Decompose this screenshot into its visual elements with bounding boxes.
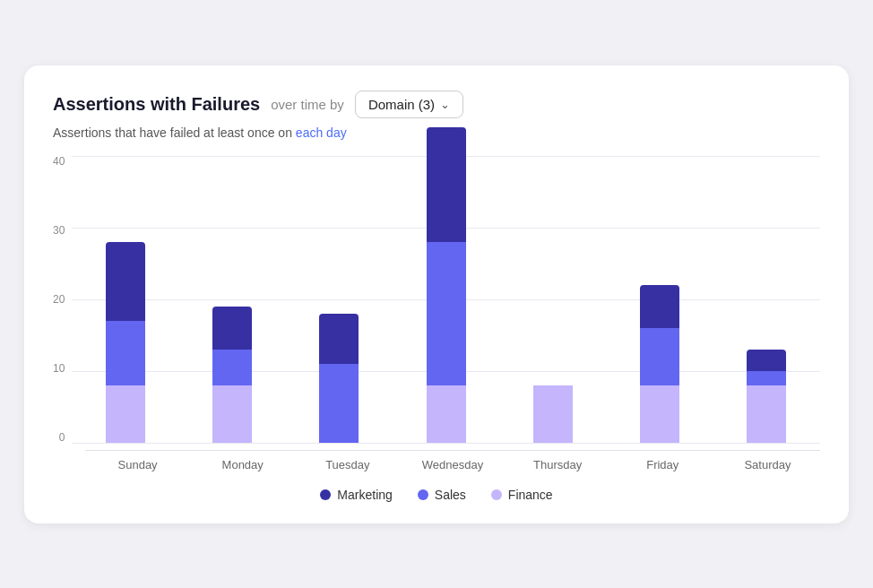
bar-stack-saturday <box>747 350 786 443</box>
bar-segment-marketing <box>319 314 359 364</box>
x-axis: SundayMondayTuesdayWednesdayThursdayFrid… <box>85 450 820 471</box>
card-title: Assertions with Failures <box>53 94 260 115</box>
bar-segment-finance <box>747 385 786 443</box>
y-axis: 40 30 20 10 0 <box>53 156 65 443</box>
y-label-30: 30 <box>53 225 65 236</box>
legend-dot-marketing <box>320 489 331 500</box>
legend-dot-finance <box>491 489 502 500</box>
bar-segment-marketing <box>106 242 145 321</box>
x-label-tuesday: Tuesday <box>295 451 400 471</box>
bar-group-sunday <box>72 156 178 443</box>
bar-stack-monday <box>212 307 252 443</box>
bar-segment-sales <box>106 321 145 385</box>
bar-stack-tuesday <box>319 314 359 443</box>
bar-stack-sunday <box>106 242 145 443</box>
x-label-saturday: Saturday <box>715 451 820 471</box>
domain-dropdown[interactable]: Domain (3) ⌄ <box>355 91 463 118</box>
bar-stack-wednesday <box>427 127 466 443</box>
x-label-monday: Monday <box>190 451 295 471</box>
bar-segment-sales <box>747 371 786 385</box>
y-label-40: 40 <box>53 156 65 167</box>
bar-segment-finance <box>640 385 679 443</box>
x-label-friday: Friday <box>610 451 715 471</box>
bar-group-thursday <box>499 156 606 443</box>
legend-item-finance: Finance <box>491 488 553 502</box>
bar-stack-friday <box>640 285 679 443</box>
y-label-0: 0 <box>59 432 65 443</box>
subtitle-highlight: each day <box>296 125 347 140</box>
grid-line-0 <box>72 443 820 444</box>
bar-group-friday <box>607 156 713 443</box>
bars-container <box>72 156 820 443</box>
card-header: Assertions with Failures over time by Do… <box>53 91 820 118</box>
legend-label-marketing: Marketing <box>337 488 392 502</box>
subtitle-prefix: Assertions that have failed at least onc… <box>53 125 292 140</box>
bar-group-monday <box>179 156 286 443</box>
bar-segment-marketing <box>427 127 466 242</box>
bar-segment-finance <box>533 385 573 443</box>
chart-area: 40 30 20 10 0 <box>53 156 820 471</box>
bar-segment-sales <box>427 242 466 385</box>
bar-segment-marketing <box>212 307 252 350</box>
bar-segment-sales <box>640 328 679 385</box>
bar-group-saturday <box>713 156 820 443</box>
legend-item-marketing: Marketing <box>320 488 392 502</box>
legend-dot-sales <box>418 489 428 500</box>
x-label-sunday: Sunday <box>85 451 190 471</box>
x-label-thursday: Thursday <box>506 451 610 471</box>
legend-label-finance: Finance <box>508 488 553 502</box>
bar-stack-thursday <box>533 385 573 443</box>
bar-segment-marketing <box>640 285 679 328</box>
legend-label-sales: Sales <box>435 488 466 502</box>
bar-segment-sales <box>319 364 359 443</box>
chart-body <box>72 156 820 443</box>
bar-segment-finance <box>427 385 466 443</box>
bar-group-tuesday <box>286 156 393 443</box>
bar-segment-marketing <box>747 350 786 371</box>
legend: Marketing Sales Finance <box>53 488 820 502</box>
y-label-10: 10 <box>53 363 65 374</box>
bar-group-wednesday <box>393 156 499 443</box>
bar-segment-sales <box>212 350 252 385</box>
domain-dropdown-label: Domain (3) <box>368 97 435 112</box>
y-label-20: 20 <box>53 294 65 305</box>
legend-item-sales: Sales <box>418 488 466 502</box>
bar-segment-finance <box>212 385 252 443</box>
x-label-wednesday: Wednesday <box>400 451 505 471</box>
chevron-down-icon: ⌄ <box>440 98 450 111</box>
assertions-card: Assertions with Failures over time by Do… <box>24 65 849 523</box>
chart-inner: 40 30 20 10 0 <box>53 156 820 443</box>
bar-segment-finance <box>106 385 145 443</box>
over-time-label: over time by <box>271 97 344 112</box>
